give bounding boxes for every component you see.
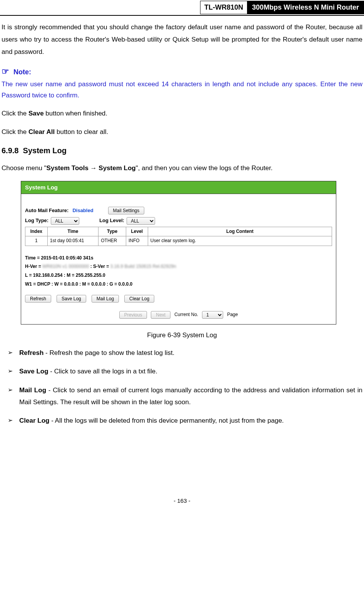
auto-mail-value: Disabled — [72, 207, 93, 215]
page-text: Page — [227, 311, 238, 318]
col-type: Type — [99, 227, 126, 236]
current-no-label: Current No. — [174, 311, 198, 318]
info-wan: W1 = DHCP : W = 0.0.0.0 : M = 0.0.0.0 : … — [25, 280, 332, 289]
note-body: The new user name and password must not … — [2, 79, 362, 101]
save-instruction: Click the Save button when finished. — [2, 107, 362, 120]
log-type-label: Log Type: — [25, 217, 48, 225]
log-button-row: Refresh Save Log Mail Log Clear Log — [21, 294, 336, 309]
auto-mail-row: Auto Mail Feature: Disabled Mail Setting… — [21, 206, 336, 216]
mail-log-button[interactable]: Mail Log — [92, 295, 119, 303]
intro-paragraph: It is strongly recommended that you shou… — [2, 21, 362, 59]
log-level-label: Log Level: — [99, 217, 124, 225]
table-row: 1 1st day 00:05:41 OTHER INFO User clear… — [25, 236, 332, 246]
page-select[interactable]: 1 — [202, 311, 223, 319]
info-time: Time = 2015-01-01 0:05:40 341s — [25, 254, 332, 263]
col-content: Log Content — [148, 227, 332, 236]
model-desc: 300Mbps Wireless N Mini Router — [247, 1, 364, 14]
choose-menu-line: Choose menu "System Tools → System Log",… — [2, 162, 362, 174]
doc-header: TL-WR810N 300Mbps Wireless N Mini Router — [0, 0, 364, 16]
col-level: Level — [126, 227, 148, 236]
log-filter-row: Log Type: ALL Log Level: ALL — [21, 216, 336, 226]
bullet-save-log: Save Log - Click to save all the logs in… — [8, 366, 362, 378]
feature-bullets: Refresh - Refresh the page to show the l… — [8, 347, 362, 427]
info-hver: H-Ver = WR810N v1 00000000 : S-Ver = 3.1… — [25, 262, 332, 271]
clear-log-button[interactable]: Clear Log — [124, 295, 154, 303]
bullet-mail-log: Mail Log - Click to send an email of cur… — [8, 385, 362, 408]
mail-settings-button[interactable]: Mail Settings — [108, 207, 145, 214]
auto-mail-label: Auto Mail Feature: — [25, 207, 68, 215]
log-level-select[interactable]: ALL — [127, 217, 155, 225]
panel-titlebar: System Log — [21, 181, 336, 194]
bullet-refresh: Refresh - Refresh the page to show the l… — [8, 347, 362, 359]
next-button[interactable]: Next — [151, 311, 170, 319]
model-number: TL-WR810N — [200, 1, 247, 14]
log-table: Index Time Type Level Log Content 1 1st … — [25, 227, 332, 246]
pointing-hand-icon: ☞ — [2, 67, 9, 76]
save-log-button[interactable]: Save Log — [57, 295, 86, 303]
page-number: - 163 - — [0, 496, 364, 513]
clearall-instruction: Click the Clear All button to clear all. — [2, 126, 362, 138]
system-info-block: Time = 2015-01-01 0:05:40 341s H-Ver = W… — [21, 246, 336, 294]
section-heading: 6.9.8 System Log — [2, 144, 362, 157]
note-title: Note: — [13, 68, 31, 76]
bullet-clear-log: Clear Log - All the logs will be deleted… — [8, 415, 362, 427]
figure-caption: Figure 6-39 System Log — [2, 330, 362, 340]
previous-button[interactable]: Previous — [119, 311, 147, 319]
col-index: Index — [25, 227, 48, 236]
note-heading: ☞ Note: — [2, 65, 362, 78]
log-type-select[interactable]: ALL — [51, 217, 79, 225]
refresh-button[interactable]: Refresh — [25, 295, 51, 303]
system-log-screenshot: System Log Auto Mail Feature: Disabled M… — [21, 181, 336, 325]
log-table-header-row: Index Time Type Level Log Content — [25, 227, 332, 236]
page-content: It is strongly recommended that you shou… — [0, 21, 364, 427]
pager-row: Previous Next Current No. 1 Page — [21, 309, 336, 324]
info-lan: L = 192.168.0.254 : M = 255.255.255.0 — [25, 271, 332, 280]
col-time: Time — [47, 227, 99, 236]
